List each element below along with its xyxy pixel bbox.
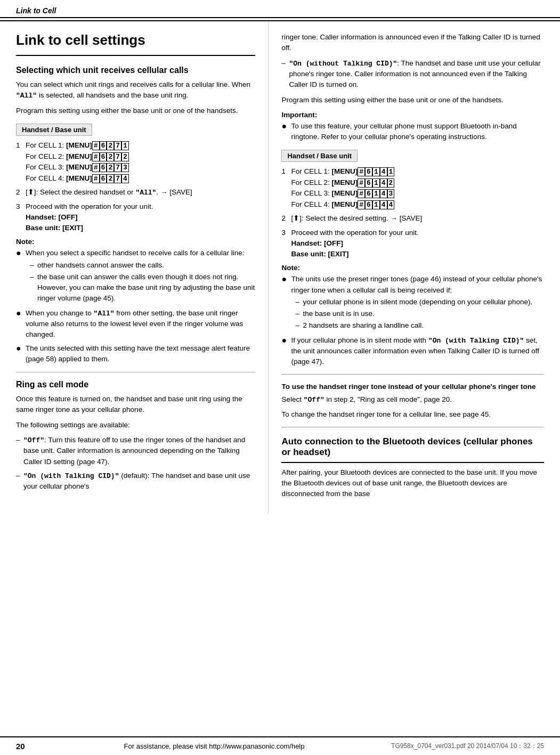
to-use-handset-bold: To use the handset ringer tone instead o…: [281, 381, 544, 392]
step-3-right: 3 Proceed with the operation for your un…: [281, 228, 544, 260]
note-label-left: Note:: [16, 238, 255, 246]
section2-continued: ringer tone. Caller information is annou…: [281, 32, 544, 54]
section1-program: Program this setting using either the ba…: [16, 105, 255, 116]
right-note-1: ● The units use the preset ringer tones …: [281, 274, 544, 332]
program-text-right: Program this setting using either the ba…: [281, 95, 544, 105]
page-number: 20: [16, 742, 37, 751]
setting-on-with: – "On (with Talking CID)" (default): The…: [16, 470, 255, 492]
section1-title: Selecting which unit receives cellular c…: [16, 66, 255, 75]
section-header: Link to Cell: [16, 6, 56, 15]
setting-on-without: – "On (without Talking CID)": The handse…: [281, 58, 544, 91]
note-3-left: ● The units selected with this setting h…: [16, 343, 255, 365]
right-notes: Note: ● The units use the preset ringer …: [281, 264, 544, 367]
setting-off: – "Off": Turn this feature off to use th…: [16, 435, 255, 467]
important-section: Important: ● To use this feature, your c…: [281, 111, 544, 143]
page-title: Link to cell settings: [16, 32, 255, 56]
note-2-left: ● When you change to "All" from other se…: [16, 308, 255, 340]
footer-center-text: For assistance, please visit http://www.…: [37, 742, 391, 750]
step-1-right: 1 For CELL 1: [MENU]#6141 For CELL 2: [M…: [281, 166, 544, 210]
auto-conn-text: After pairing, your Bluetooth devices ar…: [281, 467, 544, 500]
to-use-text1: Select "Off" in step 2, "Ring as cell mo…: [281, 394, 544, 405]
step-3-left: 3 Proceed with the operation for your un…: [16, 201, 255, 234]
to-use-text2: To change the handset ringer tone for a …: [281, 409, 544, 420]
section2-intro: Once this feature is turned on, the hand…: [16, 394, 255, 416]
step-2-right: 2 [⬆]: Select the desired setting. → [SA…: [281, 213, 544, 224]
section2-title: Ring as cell mode: [16, 380, 255, 389]
right-note-2: ● If your cellular phone is in silent mo…: [281, 335, 544, 368]
footer: 20 For assistance, please visit http://w…: [0, 736, 560, 755]
important-label: Important:: [281, 111, 544, 119]
step-1-left: 1 For CELL 1: [MENU]#6271 For CELL 2: [M…: [16, 140, 255, 184]
note-1-left: ● When you select a specific handset to …: [16, 248, 255, 305]
important-note: ● To use this feature, your cellular pho…: [281, 121, 544, 143]
handset-box-right: Handset / Base unit: [281, 150, 358, 162]
note-label-right: Note:: [281, 264, 544, 272]
right-steps: 1 For CELL 1: [MENU]#6141 For CELL 2: [M…: [281, 166, 544, 259]
section2-settings-intro: The following settings are available:: [16, 420, 255, 431]
left-notes: Note: ● When you select a specific hands…: [16, 238, 255, 364]
section1-intro: You can select which unit rings and rece…: [16, 79, 255, 101]
left-steps: 1 For CELL 1: [MENU]#6271 For CELL 2: [M…: [16, 140, 255, 233]
handset-box-left: Handset / Base unit: [16, 124, 92, 136]
footer-right-text: TG958x_0704_ver031.pdf 20 2014/07/04 10：…: [391, 742, 544, 751]
auto-conn-title: Auto connection to the Bluetooth devices…: [281, 436, 544, 463]
step-2-left: 2 [⬆]: Select the desired handset or "Al…: [16, 187, 255, 198]
